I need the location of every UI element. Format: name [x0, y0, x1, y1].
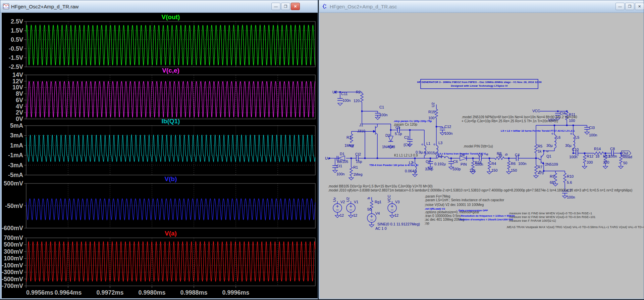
wire-node — [472, 158, 474, 159]
schematic-label: a — [485, 153, 489, 156]
voltage-source-symbol — [346, 204, 355, 212]
waveform-titlebar[interactable]: HFgen_Osc2+Amp_d_TR.raw — ❐ ✕ — [0, 0, 318, 13]
y-axis-label: 12V — [12, 78, 23, 85]
schematic-label: .tran 0 1000000ns 0 5ns — [425, 214, 461, 218]
y-axis-label: 4V — [16, 103, 23, 110]
npn-symbol — [541, 154, 544, 164]
schematic-label: 150 — [491, 168, 497, 172]
y-axis-label: 700mV — [4, 234, 23, 241]
schematic-file-icon — [322, 4, 328, 9]
minimize-button[interactable]: — — [615, 3, 625, 10]
schematic-label: R10 — [567, 174, 574, 178]
ground-symbol — [603, 166, 608, 169]
schematic-label: 100 — [428, 116, 434, 120]
waveform-plot-area[interactable]: 2.5V1.5V0.5V-0.5V-1.5V-2.5VV(out)14V12V1… — [2, 13, 318, 298]
waveform-window: HFgen_Osc2+Amp_d_TR.raw — ❐ ✕ 2.5V1.5V0.… — [0, 0, 318, 299]
schematic-label: L1 — [426, 141, 430, 145]
close-button[interactable]: ✕ — [291, 3, 300, 10]
ground-symbol — [582, 166, 587, 169]
resistor-symbol — [350, 167, 353, 176]
ground-symbol — [506, 172, 511, 174]
inductor-symbol — [554, 135, 556, 148]
schematic-label: 1Meg — [353, 172, 363, 176]
schematic-label: Data compression OFF — [459, 209, 488, 212]
y-axis-label: -50mV — [5, 203, 23, 209]
schematic-label: e — [538, 170, 542, 172]
schematic-label: 100n — [336, 172, 344, 176]
ground-symbol — [562, 196, 567, 198]
schematic-label: 0.0015µ — [424, 151, 437, 155]
pane-border — [26, 238, 315, 286]
schematic-label: C8 — [610, 147, 615, 151]
schematic-label: Uv — [325, 156, 330, 160]
capacitor-symbol — [407, 139, 413, 141]
schematic-label: J310 — [357, 129, 365, 133]
schematic-label: V1 — [354, 200, 358, 204]
wire-node — [508, 158, 509, 159]
schematic-label: 100 — [569, 119, 575, 123]
schematic-label: R7 — [538, 165, 542, 169]
schematic-canvas[interactable]: OutHF GENERATOR 3 - 30MHz F8EOZ from F8F… — [320, 13, 644, 299]
resistor-symbol — [435, 109, 438, 118]
resistor-symbol — [361, 93, 363, 102]
ground-symbol — [375, 117, 380, 120]
resistor-symbol — [620, 156, 622, 164]
wire-node — [436, 126, 437, 127]
schematic-label: .model PIN D(tt=1u) — [463, 144, 493, 148]
schematic-label: J1 — [359, 123, 363, 127]
schematic-label: 100n — [589, 133, 597, 137]
source-polarity — [391, 205, 393, 210]
ground-symbol — [440, 133, 445, 135]
schematic-label: b — [367, 197, 371, 199]
schematic-label: Nombre d'exemples = 20us/0.1ns=200 000 — [460, 218, 513, 221]
schematic-label: R5 — [538, 144, 542, 148]
schematic-label: R4 — [491, 162, 496, 166]
schematic-label: C5 — [395, 125, 400, 129]
schematic-label: 30µ — [565, 143, 572, 147]
schematic-title-line1: HF GENERATOR 3 - 30MHz F8EOZ from F8FEO … — [417, 81, 542, 84]
schematic-window: HFgen_Osc2+Amp_d_TR.asc — ❐ ✕ OutHF GENE… — [319, 0, 644, 299]
schematic-label: CI1 — [336, 164, 342, 168]
y-axis-label: 500mV — [4, 180, 23, 187]
waveform-window-title: HFgen_Osc2+Amp_d_TR.raw — [11, 4, 78, 9]
wire-node — [573, 153, 574, 154]
schematic-label: C11 — [341, 92, 347, 96]
schematic-label: 1N4148 — [382, 145, 395, 149]
voltage-source-symbol — [388, 204, 396, 212]
ground-symbol — [348, 215, 353, 218]
schematic-label: R2 — [356, 90, 361, 94]
minimize-button[interactable]: — — [271, 3, 280, 10]
close-button[interactable]: ✕ — [635, 3, 644, 10]
schematic-label: ;op — [425, 221, 429, 225]
y-axis-label: 2.5V — [11, 18, 23, 25]
y-axis-label: 1.5V — [11, 27, 23, 34]
schematic-label: .model J310 njf(vto=-3.8388 beta=2.88371… — [328, 188, 632, 192]
y-axis-label: -1mA — [8, 152, 23, 159]
phase-dot — [434, 144, 435, 145]
schematic-titlebar[interactable]: HFgen_Osc2+Amp_d_TR.asc — ❐ ✕ — [319, 0, 644, 13]
maximize-button[interactable]: ❐ — [625, 3, 634, 10]
wire-node — [489, 158, 490, 159]
pane-title: V(out) — [162, 13, 180, 20]
schematic-label: R12 — [587, 154, 593, 158]
schematic-label: 100n — [379, 113, 387, 117]
waveform-trace-V(b) — [26, 199, 315, 220]
schematic-label: 330 — [603, 160, 609, 164]
schematic-label: V2 — [340, 200, 345, 204]
schematic-label: .measure tran F PARAM 100/(t2-t1) — [508, 219, 556, 222]
schematic-label: Rg1 — [375, 200, 381, 204]
wire-node — [584, 153, 585, 154]
y-axis-label: 10V — [12, 84, 23, 91]
schematic-label: R6 — [511, 162, 516, 166]
maximize-button[interactable]: ❐ — [281, 3, 290, 10]
schematic-label: V4 — [375, 211, 380, 215]
y-axis-label: -0.5V — [9, 45, 23, 52]
source-polarity — [336, 205, 339, 210]
ground-symbol — [349, 178, 354, 180]
ground-symbol — [413, 174, 417, 177]
schematic-label: U2 — [332, 90, 337, 94]
y-axis-label: -500mV — [2, 276, 23, 283]
schematic-label: + CJo=5p CJe=10p Rb=.25 Re=.25 Ro=1.5 Tf… — [462, 119, 558, 123]
x-axis-label: 0.9956ms — [26, 289, 53, 296]
wire-node — [566, 111, 568, 112]
